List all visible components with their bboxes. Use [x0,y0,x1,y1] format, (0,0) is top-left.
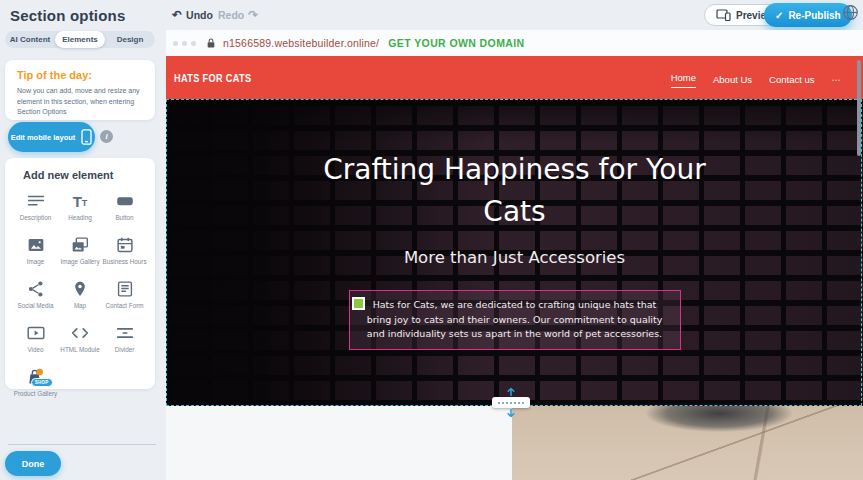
hero-section: Crafting Happiness for Your Cats More th… [166,99,863,406]
description-icon [25,190,47,212]
social-media-icon [25,278,47,300]
next-section-blank [166,406,512,480]
info-icon[interactable]: i [100,130,113,143]
site-url[interactable]: n1566589.websitebuilder.online/ [223,37,379,49]
contact-form-icon [114,278,136,300]
nav-more-icon[interactable]: ⋯ [832,70,842,85]
site-header: HATS FOR CATS Home About Us Contact us ⋯ [166,56,863,99]
video-icon [25,322,47,344]
map-pin-icon [69,278,91,300]
element-video[interactable]: Video [13,322,58,359]
element-contact-form[interactable]: Contact Form [102,278,147,315]
selected-text-element[interactable]: Hats for Cats, we are dedicated to craft… [349,290,681,350]
lock-icon [206,37,216,49]
browser-address-bar[interactable]: n1566589.websitebuilder.online/ GET YOUR… [166,30,863,56]
next-section-image [512,406,863,480]
element-drag-handle[interactable] [352,297,365,310]
heading-icon: TT [69,190,91,212]
element-business-hours[interactable]: Business Hours [102,234,147,271]
element-social-media[interactable]: Social Media [13,278,58,315]
undo-icon: ↶ [172,9,182,21]
tip-body: Now you can add, move and resize any ele… [17,86,143,118]
republish-button[interactable]: ✓ Re-Publish [764,3,852,27]
tip-of-the-day-card: Tip of the day: Now you can add, move an… [5,60,155,120]
button-icon [114,190,136,212]
edit-mobile-layout-button[interactable]: Edit mobile layout [8,122,95,152]
panel-title: Section options [10,7,126,24]
element-html-module[interactable]: HTML Module [58,322,103,359]
element-image-gallery[interactable]: Image Gallery [58,234,103,271]
undo-label: Undo [186,9,213,21]
tip-title: Tip of the day: [17,69,143,81]
redo-button[interactable]: Redo ↷ [218,9,258,21]
site-nav: Home About Us Contact us ⋯ [671,56,841,99]
nav-contact-us[interactable]: Contact us [769,70,814,85]
hero-paragraph: Hats for Cats, we are dedicated to craft… [362,298,668,342]
element-grid: Description TT Heading Button Image Imag… [13,190,147,403]
tab-design[interactable]: Design [105,31,155,48]
image-icon [25,234,47,256]
element-button[interactable]: Button [102,190,147,227]
language-globe-icon[interactable] [842,4,859,21]
site-preview-pane: n1566589.websitebuilder.online/ GET YOUR… [166,30,863,480]
redo-label: Redo [218,9,244,21]
preview-scrollbar[interactable] [857,60,861,156]
edit-mobile-label: Edit mobile layout [11,133,76,142]
business-hours-icon [114,234,136,256]
republish-label: Re-Publish [788,10,840,21]
phone-icon [81,129,92,145]
devices-icon [716,9,731,21]
get-domain-link[interactable]: GET YOUR OWN DOMAIN [388,37,524,49]
tab-elements[interactable]: Elements [55,31,105,48]
add-element-title: Add new element [23,169,147,181]
html-module-icon [69,322,91,344]
resize-arrow-down-icon [506,409,516,418]
resize-arrow-up-icon [506,387,516,396]
done-button[interactable]: Done [5,451,61,476]
tab-ai-content[interactable]: AI Content [5,31,55,48]
image-gallery-icon [69,234,91,256]
section-resize-handle[interactable] [487,387,535,418]
element-map[interactable]: Map [58,278,103,315]
hero-headline[interactable]: Crafting Happiness for Your Cats [295,149,735,233]
element-heading[interactable]: TT Heading [58,190,103,227]
shop-badge: SHOP [31,378,53,387]
sidebar-tabs: AI Content Elements Design [5,31,155,48]
divider-icon [114,322,136,344]
element-product-gallery[interactable]: SHOP Product Gallery [13,366,58,403]
sidebar-divider [8,444,156,445]
nav-about-us[interactable]: About Us [713,70,752,85]
check-icon: ✓ [775,10,783,21]
top-bar: Section options ↶ Undo Redo ↷ Preview ✓ … [0,0,863,30]
undo-button[interactable]: ↶ Undo [172,9,213,21]
website-builder-app: { "topbar": { "title": "Section options"… [0,0,863,480]
redo-icon: ↷ [248,9,258,21]
product-gallery-icon: SHOP [25,366,47,388]
nav-home[interactable]: Home [671,68,696,88]
element-divider[interactable]: Divider [102,322,147,359]
element-image[interactable]: Image [13,234,58,271]
site-logo[interactable]: HATS FOR CATS [174,72,251,84]
window-dots [173,41,196,46]
element-description[interactable]: Description [13,190,58,227]
hero-subheadline[interactable]: More than Just Accessories [166,248,863,267]
add-element-panel: Add new element Description TT Heading B… [5,158,155,389]
